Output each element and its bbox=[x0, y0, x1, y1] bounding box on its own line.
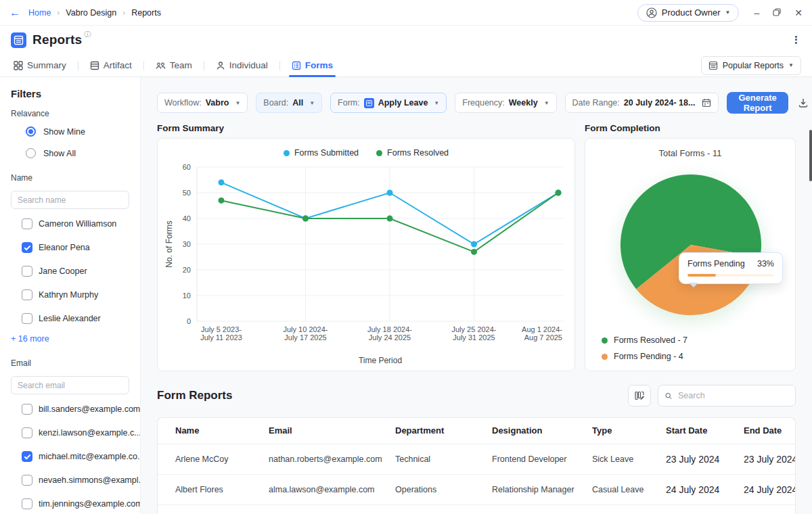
legend-label: Forms Resolved bbox=[387, 148, 449, 158]
checkbox-icon[interactable] bbox=[22, 404, 32, 415]
pie-legend-item[interactable]: Forms Resolved - 7 bbox=[602, 335, 687, 345]
svg-text:July 25 2024-: July 25 2024- bbox=[451, 325, 496, 333]
checkbox-icon[interactable] bbox=[22, 266, 32, 277]
checkbox-icon[interactable] bbox=[22, 498, 32, 509]
checkbox-icon[interactable] bbox=[22, 451, 32, 462]
email-checkbox-row[interactable]: kenzi.lawson@example.c... bbox=[22, 427, 129, 438]
radio-icon[interactable] bbox=[26, 148, 36, 158]
checkbox-icon[interactable] bbox=[22, 242, 32, 253]
form-value: Apply Leave bbox=[378, 98, 428, 108]
frequency-dropdown[interactable]: Frequency: Weekly ▼ bbox=[455, 93, 556, 113]
back-arrow-icon[interactable]: ← bbox=[9, 7, 20, 18]
checkbox-icon[interactable] bbox=[22, 313, 32, 324]
cell-end-date: 23 July 2024 bbox=[744, 444, 795, 474]
tab-separator bbox=[279, 61, 280, 70]
team-icon bbox=[156, 61, 166, 70]
checkbox-label: michael.mitc@example.co... bbox=[39, 452, 141, 461]
cell-type: Casual Leave bbox=[592, 474, 666, 505]
legend-item[interactable]: Forms Submitted bbox=[284, 147, 359, 159]
chevron-right-icon: › bbox=[57, 8, 60, 18]
name-checkbox-row[interactable]: Cameron Williamson bbox=[22, 218, 129, 229]
svg-text:July 5 2023-: July 5 2023- bbox=[201, 325, 242, 333]
pie-tooltip: Forms Pending 33% bbox=[679, 252, 783, 284]
person-icon bbox=[216, 61, 225, 70]
generate-report-button[interactable]: Generate Report bbox=[727, 92, 788, 114]
svg-text:10: 10 bbox=[183, 291, 191, 300]
col-header-end-date: End Date bbox=[744, 418, 795, 444]
tab-team[interactable]: Team bbox=[149, 54, 199, 76]
svg-text:Aug 1 2024-: Aug 1 2024- bbox=[522, 325, 562, 333]
tab-summary[interactable]: Summary bbox=[7, 54, 73, 76]
legend-dot-icon bbox=[602, 354, 608, 360]
page-header: Reports ⓘ ⋮ bbox=[0, 26, 812, 54]
legend-label: Forms Resolved - 7 bbox=[614, 335, 687, 345]
email-filter-label: Email bbox=[11, 358, 129, 368]
date-range-picker[interactable]: Date Range: 20 July 2024- 18... bbox=[565, 93, 719, 113]
checkbox-label: kenzi.lawson@example.c... bbox=[39, 428, 141, 438]
table-search[interactable] bbox=[658, 385, 796, 406]
checkbox-icon[interactable] bbox=[22, 427, 32, 438]
name-checkbox-row[interactable]: Kathryn Murphy bbox=[22, 289, 129, 300]
form-mini-icon bbox=[364, 98, 374, 108]
board-dropdown[interactable]: Board: All ▼ bbox=[256, 93, 322, 113]
popular-reports-label: Popular Reports bbox=[723, 61, 784, 70]
chevron-down-icon: ▼ bbox=[544, 100, 549, 106]
tab-forms[interactable]: Forms bbox=[285, 54, 340, 76]
filters-title: Filters bbox=[11, 88, 129, 99]
svg-text:July 17 2025: July 17 2025 bbox=[284, 333, 326, 342]
data-point bbox=[387, 216, 393, 222]
email-checkbox-row[interactable]: nevaeh.simmons@exampl... bbox=[22, 475, 129, 486]
relevance-radio-option[interactable]: Show Mine bbox=[26, 126, 129, 137]
checkbox-label: bill.sanders@example.com bbox=[39, 404, 140, 414]
svg-text:July 10 2024-: July 10 2024- bbox=[283, 325, 328, 333]
workflow-value: Vabro bbox=[206, 98, 229, 108]
form-completion-title: Form Completion bbox=[585, 123, 796, 133]
checkbox-icon[interactable] bbox=[22, 218, 32, 229]
name-checkbox-row[interactable]: Leslie Alexander bbox=[22, 313, 129, 324]
table-row-partial bbox=[158, 505, 795, 514]
page-title: Reports bbox=[32, 32, 82, 47]
table-search-input[interactable] bbox=[677, 390, 788, 401]
email-checkbox-row[interactable]: michael.mitc@example.co... bbox=[22, 451, 129, 462]
role-selector[interactable]: Product Owner ▼ bbox=[637, 4, 740, 22]
search-icon bbox=[665, 392, 672, 400]
radio-icon[interactable] bbox=[26, 126, 36, 137]
workflow-dropdown[interactable]: Workflow:Vabro ▼ bbox=[157, 93, 248, 113]
forms-icon bbox=[292, 61, 301, 70]
tab-label: Individual bbox=[229, 60, 268, 70]
role-label: Product Owner bbox=[662, 7, 721, 18]
grid-icon bbox=[14, 61, 23, 70]
download-button[interactable] bbox=[796, 96, 810, 110]
relevance-radio-option[interactable]: Show All bbox=[26, 148, 129, 158]
svg-text:July 31 2025: July 31 2025 bbox=[453, 333, 495, 342]
checkbox-icon[interactable] bbox=[22, 475, 32, 486]
name-checkbox-row[interactable]: Eleanor Pena bbox=[22, 242, 129, 253]
restore-button[interactable] bbox=[773, 8, 781, 18]
names-more-link[interactable]: + 16 more bbox=[11, 334, 129, 344]
manage-columns-button[interactable] bbox=[628, 385, 651, 406]
breadcrumb-home[interactable]: Home bbox=[28, 8, 51, 18]
breadcrumb-project[interactable]: Vabro Design bbox=[66, 8, 116, 18]
email-checkbox-row[interactable]: bill.sanders@example.com bbox=[22, 404, 129, 415]
email-checkbox-row[interactable]: tim.jennings@example.com bbox=[22, 498, 129, 509]
search-name-input[interactable] bbox=[11, 191, 129, 209]
legend-item[interactable]: Forms Resolved bbox=[376, 147, 449, 159]
search-email-input[interactable] bbox=[11, 376, 129, 394]
data-point bbox=[471, 249, 477, 255]
name-checkbox-row[interactable]: Jane Cooper bbox=[22, 266, 129, 277]
popular-reports-button[interactable]: Popular Reports ▼ bbox=[701, 56, 801, 75]
data-point bbox=[219, 197, 225, 204]
pie-legend-item[interactable]: Forms Pending - 4 bbox=[602, 352, 687, 361]
frequency-label: Frequency: bbox=[462, 98, 505, 108]
checkbox-icon[interactable] bbox=[22, 289, 32, 300]
info-icon[interactable]: ⓘ bbox=[84, 30, 91, 39]
legend-dot-icon bbox=[376, 150, 382, 156]
close-button[interactable]: ✕ bbox=[794, 8, 803, 18]
tab-individual[interactable]: Individual bbox=[209, 54, 275, 76]
form-dropdown[interactable]: Form: Apply Leave ▼ bbox=[330, 93, 447, 113]
minimize-button[interactable]: – bbox=[754, 8, 759, 18]
kebab-menu-icon[interactable]: ⋮ bbox=[791, 34, 801, 46]
tab-artifact[interactable]: Artifact bbox=[83, 54, 139, 76]
scrollbar-thumb[interactable] bbox=[809, 130, 812, 181]
data-point bbox=[556, 190, 562, 196]
